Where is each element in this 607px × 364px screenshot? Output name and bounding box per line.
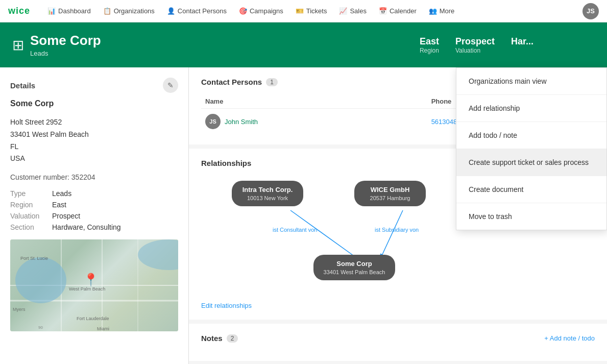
notes-card: Notes 2 + Add note / todo: [189, 324, 607, 361]
top-navigation: wice 📊 Dashboard 📋 Organizations 👤 Conta…: [0, 0, 607, 22]
org-header: ⊞ Some Corp Leads East Region Prospect V…: [0, 22, 607, 67]
dropdown-item-org-main-view[interactable]: Organizations main view: [456, 68, 606, 95]
nav-dashboard-label: Dashboard: [58, 7, 91, 15]
left-panel: Details ✎ Some Corp Holt Street 2952 334…: [0, 67, 189, 364]
field-section-value: Hardware, Consulting: [52, 223, 121, 231]
nav-tickets[interactable]: 🎫 Tickets: [290, 4, 332, 18]
field-valuation: Valuation Prospect: [10, 212, 178, 220]
field-region-label: Region: [10, 201, 46, 209]
svg-text:West Palm Beach: West Palm Beach: [69, 286, 105, 292]
field-type: Type Leads: [10, 189, 178, 198]
sales-icon: 📈: [339, 7, 347, 15]
calender-icon: 📅: [379, 7, 387, 15]
notes-count: 2: [227, 334, 238, 343]
contact-name-link[interactable]: John Smith: [225, 118, 258, 126]
customer-number: Customer number: 352204: [10, 173, 178, 181]
org-header-title-block: Some Corp Leads: [30, 33, 420, 57]
address-line1: Holt Street 2952: [10, 116, 178, 129]
address-block: Holt Street 2952 33401 West Palm Beach F…: [10, 116, 178, 165]
notes-title: Notes: [201, 334, 223, 343]
rel-node-intra[interactable]: Intra Tech Corp. 10013 New York: [232, 181, 303, 206]
more-icon: 👥: [429, 7, 437, 15]
field-section: Section Hardware, Consulting: [10, 223, 178, 231]
nav-items: 📊 Dashboard 📋 Organizations 👤 Contact Pe…: [42, 4, 582, 18]
add-note-link[interactable]: + Add note / todo: [544, 334, 595, 342]
dropdown-item-create-ticket[interactable]: Create support ticket or sales process: [456, 149, 606, 176]
svg-text:Myers: Myers: [13, 307, 26, 312]
org-header-tags: East Region Prospect Valuation Har...: [420, 36, 533, 54]
nav-dashboard[interactable]: 📊 Dashboard: [42, 4, 96, 18]
field-type-label: Type: [10, 189, 46, 198]
dropdown-item-create-document[interactable]: Create document: [456, 176, 606, 203]
rel-node-somecorp-title: Some Corp: [322, 260, 387, 268]
nav-tickets-label: Tickets: [306, 7, 327, 15]
org-tag-region: East Region: [420, 36, 439, 54]
svg-text:Miami: Miami: [97, 326, 109, 331]
user-avatar[interactable]: JS: [582, 3, 599, 19]
rel-label-subsidiary: ist Subsidiary von: [375, 227, 419, 233]
org-tag-section: Har...: [511, 36, 533, 47]
details-header: Details ✎: [10, 78, 178, 93]
svg-text:90: 90: [38, 325, 43, 330]
org-tag-region-value: East: [420, 36, 439, 47]
dropdown-menu: Organizations main view Add relationship…: [456, 67, 607, 230]
nav-calender-label: Calender: [390, 7, 417, 15]
contact-avatar: JS: [205, 114, 221, 129]
address-line2: 33401 West Palm Beach: [10, 129, 178, 141]
notes-header: Notes 2 + Add note / todo: [201, 334, 595, 343]
nav-campaigns-label: Campaigns: [250, 7, 283, 15]
svg-text:Fort Lauderdale: Fort Lauderdale: [77, 316, 109, 321]
address-line3: FL: [10, 141, 178, 153]
tickets-icon: 🎫: [296, 7, 304, 15]
map-placeholder: Port St. Lucie West Palm Beach Myers For…: [10, 239, 178, 331]
nav-contact-persons[interactable]: 👤 Contact Persons: [162, 4, 232, 18]
field-region-value: East: [52, 201, 66, 209]
edit-button[interactable]: ✎: [163, 78, 178, 93]
nav-calender[interactable]: 📅 Calender: [374, 4, 422, 18]
org-tag-valuation-value: Prospect: [455, 36, 495, 47]
rel-node-wice-sub: 20537 Hamburg: [362, 195, 418, 201]
nav-sales[interactable]: 📈 Sales: [334, 4, 372, 18]
contact-persons-count: 1: [266, 78, 278, 86]
nav-sales-label: Sales: [350, 7, 367, 15]
app-logo: wice: [8, 6, 30, 16]
org-tag-section-value: Har...: [511, 36, 533, 47]
dropdown-item-add-relationship[interactable]: Add relationship: [456, 95, 606, 122]
field-valuation-label: Valuation: [10, 212, 46, 220]
svg-point-5: [15, 257, 66, 303]
fields-section: Type Leads Region East Valuation Prospec…: [10, 189, 178, 231]
rel-node-somecorp[interactable]: Some Corp 33401 West Palm Beach: [313, 255, 395, 280]
rel-node-wice-title: WICE GmbH: [362, 186, 418, 193]
contact-persons-icon: 👤: [167, 7, 175, 15]
svg-point-6: [138, 239, 178, 270]
customer-number-label: Customer number:: [10, 173, 69, 181]
map-pin: 📍: [83, 272, 99, 286]
field-region: Region East: [10, 201, 178, 209]
edit-relationships-link[interactable]: Edit relationships: [201, 302, 252, 309]
contact-name-cell: JS John Smith: [201, 109, 427, 135]
dashboard-icon: 📊: [47, 7, 56, 15]
dropdown-item-add-todo[interactable]: Add todo / note: [456, 122, 606, 149]
field-valuation-value: Prospect: [52, 212, 80, 220]
dropdown-item-move-to-trash[interactable]: Move to trash: [456, 203, 606, 230]
org-tag-region-label: Region: [420, 47, 439, 54]
nav-organizations-label: Organizations: [114, 7, 155, 15]
relationships-title: Relationships: [201, 159, 251, 167]
rel-node-intra-sub: 10013 New York: [240, 195, 295, 201]
nav-more-label: More: [440, 7, 455, 15]
organizations-icon: 📋: [103, 7, 111, 15]
rel-label-consultant: ist Consultant von: [273, 227, 317, 233]
rel-node-wice[interactable]: WICE GmbH 20537 Hamburg: [354, 181, 426, 206]
contact-persons-title: Contact Persons: [201, 78, 262, 86]
field-section-label: Section: [10, 223, 46, 231]
org-tag-valuation-label: Valuation: [455, 47, 495, 54]
org-header-subtitle: Leads: [30, 50, 420, 57]
svg-line-15: [380, 210, 403, 260]
map-background: Port St. Lucie West Palm Beach Myers For…: [10, 239, 178, 331]
rel-node-intra-title: Intra Tech Corp.: [240, 186, 295, 193]
nav-organizations[interactable]: 📋 Organizations: [98, 4, 160, 18]
nav-campaigns[interactable]: 🎯 Campaigns: [234, 4, 288, 18]
org-header-icon: ⊞: [12, 37, 24, 54]
nav-more[interactable]: 👥 More: [424, 4, 460, 18]
field-type-value: Leads: [52, 189, 71, 198]
